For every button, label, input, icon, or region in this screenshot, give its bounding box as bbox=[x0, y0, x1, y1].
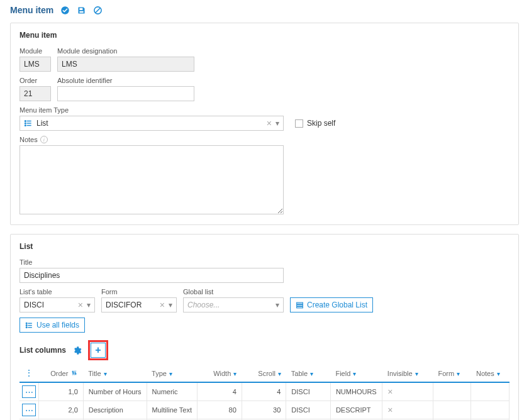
skip-self-label: Skip self bbox=[307, 119, 335, 128]
global-list-select[interactable]: Choose... ▾ bbox=[183, 297, 284, 312]
cell-invisible: × bbox=[382, 401, 433, 419]
cell-type: Multiline Text bbox=[147, 401, 198, 419]
list-columns-title: List columns bbox=[19, 346, 66, 355]
add-column-highlight: + bbox=[88, 340, 108, 360]
svg-point-15 bbox=[26, 323, 27, 324]
cell-scroll: 30 bbox=[242, 401, 286, 419]
cell-scroll: 4 bbox=[242, 382, 286, 401]
cell-field: DESCRIPT bbox=[330, 401, 382, 419]
gear-icon[interactable] bbox=[72, 346, 82, 355]
menu-item-type-select[interactable]: List × ▾ bbox=[19, 116, 284, 131]
chevron-down-icon: ▾ bbox=[278, 370, 281, 377]
sort-icon[interactable] bbox=[70, 369, 78, 378]
col-invisible[interactable]: Invisible▾ bbox=[382, 365, 433, 382]
cell-form bbox=[433, 401, 471, 419]
cell-type: Numeric bbox=[147, 382, 198, 401]
menu-item-panel: Menu item Module Module designation Orde… bbox=[10, 23, 519, 225]
col-field[interactable]: Field▾ bbox=[330, 365, 382, 382]
chevron-down-icon: ▾ bbox=[169, 370, 172, 377]
notes-textarea[interactable] bbox=[19, 145, 284, 214]
cell-order: 2,0 bbox=[39, 401, 84, 419]
info-icon[interactable]: i bbox=[40, 136, 48, 143]
cell-title: Description bbox=[83, 401, 147, 419]
row-actions-button[interactable]: ⋯ bbox=[22, 404, 36, 416]
form-select[interactable]: DISCIFOR × ▾ bbox=[101, 297, 177, 312]
chevron-down-icon: ▾ bbox=[353, 370, 356, 377]
cancel-icon[interactable] bbox=[92, 5, 103, 15]
lists-table-select[interactable]: DISCI × ▾ bbox=[19, 297, 95, 312]
svg-point-16 bbox=[26, 324, 27, 326]
cell-form bbox=[433, 382, 471, 401]
col-notes[interactable]: Notes▾ bbox=[471, 365, 510, 382]
svg-point-8 bbox=[25, 125, 26, 126]
col-table[interactable]: Table▾ bbox=[286, 365, 331, 382]
global-list-label: Global list bbox=[183, 288, 284, 296]
cell-notes bbox=[471, 382, 510, 401]
chevron-down-icon: ▾ bbox=[415, 370, 418, 377]
close-icon[interactable]: × bbox=[387, 387, 393, 397]
cell-order: 1,0 bbox=[39, 382, 84, 401]
list-panel-title: List bbox=[19, 242, 510, 251]
cell-table: DISCI bbox=[286, 401, 331, 419]
absolute-identifier-label: Absolute identifier bbox=[57, 77, 194, 84]
chevron-down-icon[interactable]: ▾ bbox=[169, 301, 172, 309]
form-value: DISCIFOR bbox=[106, 301, 160, 309]
module-label: Module bbox=[19, 47, 51, 55]
cell-field: NUMHOURS bbox=[330, 382, 382, 401]
cell-width: 80 bbox=[198, 401, 242, 419]
use-all-fields-button[interactable]: Use all fields bbox=[19, 318, 85, 333]
clear-icon[interactable]: × bbox=[267, 119, 272, 128]
row-actions-button[interactable]: ⋯ bbox=[22, 385, 36, 398]
order-label: Order bbox=[19, 77, 51, 84]
notes-label: Notes i bbox=[19, 136, 510, 143]
col-width[interactable]: Width▾ bbox=[198, 365, 242, 382]
col-title[interactable]: Title▾ bbox=[83, 365, 147, 382]
table-row: ⋯ 2,0 Description Multiline Text 80 30 D… bbox=[19, 401, 510, 419]
form-label: Form bbox=[101, 288, 177, 296]
svg-rect-10 bbox=[297, 304, 303, 306]
svg-point-7 bbox=[25, 123, 26, 124]
title-label: Title bbox=[19, 258, 510, 266]
svg-rect-9 bbox=[297, 302, 303, 304]
add-column-button[interactable]: + bbox=[91, 343, 106, 358]
drag-handle-icon[interactable]: ⋮ bbox=[25, 368, 33, 378]
cell-width: 4 bbox=[198, 382, 242, 401]
confirm-icon[interactable] bbox=[60, 5, 70, 15]
col-type[interactable]: Type▾ bbox=[147, 365, 198, 382]
lists-table-value: DISCI bbox=[24, 301, 78, 309]
svg-point-6 bbox=[25, 121, 26, 122]
clear-icon[interactable]: × bbox=[78, 301, 83, 309]
create-global-list-button[interactable]: Create Global List bbox=[290, 297, 373, 312]
skip-self-checkbox[interactable] bbox=[295, 119, 303, 128]
global-list-placeholder: Choose... bbox=[187, 301, 276, 309]
create-global-list-label: Create Global List bbox=[307, 301, 367, 309]
menu-item-panel-title: Menu item bbox=[19, 31, 510, 40]
close-icon[interactable]: × bbox=[387, 405, 393, 415]
chevron-down-icon[interactable]: ▾ bbox=[276, 301, 279, 309]
module-designation-label: Module designation bbox=[57, 47, 194, 55]
module-designation-field bbox=[57, 57, 194, 72]
chevron-down-icon[interactable]: ▾ bbox=[276, 119, 279, 128]
svg-point-17 bbox=[26, 326, 27, 328]
lists-table-label: List's table bbox=[19, 288, 95, 296]
use-all-fields-label: Use all fields bbox=[36, 321, 79, 329]
col-form[interactable]: Form▾ bbox=[433, 365, 471, 382]
cell-title: Number of Hours bbox=[83, 382, 147, 401]
chevron-down-icon[interactable]: ▾ bbox=[87, 301, 91, 309]
col-order[interactable]: Order bbox=[39, 365, 84, 382]
clear-icon[interactable]: × bbox=[160, 301, 165, 309]
absolute-identifier-field[interactable] bbox=[57, 86, 194, 101]
menu-item-type-value: List bbox=[36, 119, 267, 128]
svg-rect-11 bbox=[297, 306, 303, 307]
title-field[interactable] bbox=[19, 268, 284, 283]
cell-invisible: × bbox=[382, 382, 433, 401]
chevron-down-icon: ▾ bbox=[497, 370, 500, 377]
chevron-down-icon: ▾ bbox=[310, 370, 313, 377]
module-field bbox=[19, 57, 51, 72]
save-icon[interactable] bbox=[76, 5, 86, 15]
order-field bbox=[19, 86, 51, 101]
list-panel: List Title List's table DISCI × ▾ Form D… bbox=[10, 234, 519, 420]
chevron-down-icon: ▾ bbox=[233, 370, 237, 377]
svg-line-2 bbox=[95, 8, 100, 13]
col-scroll[interactable]: Scroll▾ bbox=[242, 365, 286, 382]
